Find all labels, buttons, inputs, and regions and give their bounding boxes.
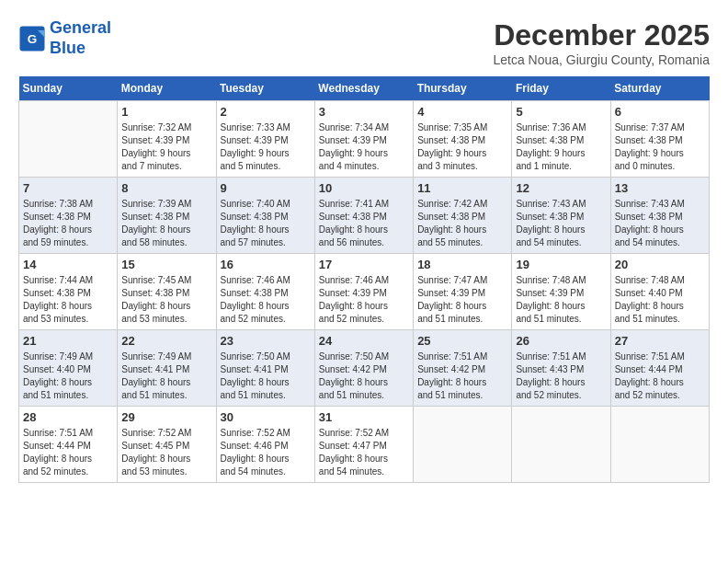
logo-line1: General — [50, 18, 111, 37]
day-number: 20 — [615, 258, 705, 271]
day-number: 8 — [121, 181, 211, 195]
month-title: December 2025 — [493, 18, 710, 52]
day-number: 19 — [516, 258, 606, 271]
calendar-cell — [512, 407, 610, 483]
day-number: 15 — [121, 258, 211, 271]
calendar-cell: 20Sunrise: 7:48 AMSunset: 4:40 PMDayligh… — [610, 254, 709, 330]
day-number: 4 — [417, 105, 507, 119]
day-info: Sunrise: 7:48 AMSunset: 4:40 PMDaylight:… — [615, 274, 705, 326]
calendar-cell: 12Sunrise: 7:43 AMSunset: 4:38 PMDayligh… — [512, 178, 610, 254]
day-info: Sunrise: 7:40 AMSunset: 4:38 PMDaylight:… — [221, 198, 311, 249]
day-number: 17 — [319, 258, 409, 271]
calendar-cell: 19Sunrise: 7:48 AMSunset: 4:39 PMDayligh… — [512, 254, 610, 330]
week-row-2: 7Sunrise: 7:38 AMSunset: 4:38 PMDaylight… — [19, 178, 710, 254]
day-number: 22 — [121, 334, 211, 348]
calendar-cell — [414, 407, 512, 483]
day-info: Sunrise: 7:51 AMSunset: 4:44 PMDaylight:… — [23, 427, 113, 478]
day-info: Sunrise: 7:32 AMSunset: 4:39 PMDaylight:… — [121, 121, 211, 173]
day-info: Sunrise: 7:50 AMSunset: 4:42 PMDaylight:… — [319, 350, 409, 402]
day-info: Sunrise: 7:36 AMSunset: 4:38 PMDaylight:… — [516, 121, 606, 173]
day-info: Sunrise: 7:45 AMSunset: 4:38 PMDaylight:… — [121, 274, 211, 326]
day-number: 28 — [23, 410, 113, 424]
title-area: December 2025 Letca Noua, Giurgiu County… — [493, 18, 710, 67]
week-row-5: 28Sunrise: 7:51 AMSunset: 4:44 PMDayligh… — [19, 407, 710, 483]
calendar-cell: 6Sunrise: 7:37 AMSunset: 4:38 PMDaylight… — [610, 101, 709, 178]
weekday-header-row: SundayMondayTuesdayWednesdayThursdayFrid… — [19, 76, 710, 101]
day-info: Sunrise: 7:47 AMSunset: 4:39 PMDaylight:… — [417, 274, 507, 326]
day-info: Sunrise: 7:49 AMSunset: 4:40 PMDaylight:… — [23, 350, 113, 402]
day-number: 10 — [319, 181, 409, 195]
day-info: Sunrise: 7:34 AMSunset: 4:39 PMDaylight:… — [319, 121, 409, 173]
day-info: Sunrise: 7:39 AMSunset: 4:38 PMDaylight:… — [121, 198, 211, 249]
day-info: Sunrise: 7:50 AMSunset: 4:41 PMDaylight:… — [221, 350, 311, 402]
weekday-header-friday: Friday — [512, 76, 610, 101]
calendar-cell: 21Sunrise: 7:49 AMSunset: 4:40 PMDayligh… — [19, 330, 118, 407]
week-row-3: 14Sunrise: 7:44 AMSunset: 4:38 PMDayligh… — [19, 254, 710, 330]
day-number: 30 — [221, 410, 311, 424]
calendar-cell: 9Sunrise: 7:40 AMSunset: 4:38 PMDaylight… — [216, 178, 314, 254]
day-number: 21 — [23, 334, 113, 348]
day-info: Sunrise: 7:52 AMSunset: 4:46 PMDaylight:… — [221, 427, 311, 478]
day-info: Sunrise: 7:37 AMSunset: 4:38 PMDaylight:… — [615, 121, 705, 173]
day-info: Sunrise: 7:44 AMSunset: 4:38 PMDaylight:… — [23, 274, 113, 326]
calendar-cell: 3Sunrise: 7:34 AMSunset: 4:39 PMDaylight… — [314, 101, 413, 178]
weekday-header-wednesday: Wednesday — [314, 76, 413, 101]
day-number: 2 — [221, 105, 311, 119]
calendar-table: SundayMondayTuesdayWednesdayThursdayFrid… — [18, 76, 710, 483]
day-info: Sunrise: 7:51 AMSunset: 4:42 PMDaylight:… — [417, 350, 507, 402]
calendar-cell: 13Sunrise: 7:43 AMSunset: 4:38 PMDayligh… — [610, 178, 709, 254]
week-row-1: 1Sunrise: 7:32 AMSunset: 4:39 PMDaylight… — [19, 101, 710, 178]
weekday-header-saturday: Saturday — [610, 76, 709, 101]
day-info: Sunrise: 7:52 AMSunset: 4:45 PMDaylight:… — [121, 427, 211, 478]
day-info: Sunrise: 7:49 AMSunset: 4:41 PMDaylight:… — [121, 350, 211, 402]
day-info: Sunrise: 7:46 AMSunset: 4:39 PMDaylight:… — [319, 274, 409, 326]
day-number: 27 — [615, 334, 705, 348]
day-info: Sunrise: 7:51 AMSunset: 4:44 PMDaylight:… — [615, 350, 705, 402]
week-row-4: 21Sunrise: 7:49 AMSunset: 4:40 PMDayligh… — [19, 330, 710, 407]
day-number: 23 — [221, 334, 311, 348]
day-number: 24 — [319, 334, 409, 348]
calendar-cell: 30Sunrise: 7:52 AMSunset: 4:46 PMDayligh… — [216, 407, 314, 483]
day-number: 25 — [417, 334, 507, 348]
calendar-cell: 5Sunrise: 7:36 AMSunset: 4:38 PMDaylight… — [512, 101, 610, 178]
day-number: 26 — [516, 334, 606, 348]
calendar-cell: 24Sunrise: 7:50 AMSunset: 4:42 PMDayligh… — [314, 330, 413, 407]
weekday-header-thursday: Thursday — [414, 76, 512, 101]
day-number: 3 — [319, 105, 409, 119]
day-number: 6 — [615, 105, 705, 119]
calendar-cell: 31Sunrise: 7:52 AMSunset: 4:47 PMDayligh… — [314, 407, 413, 483]
day-info: Sunrise: 7:41 AMSunset: 4:38 PMDaylight:… — [319, 198, 409, 249]
calendar-cell: 29Sunrise: 7:52 AMSunset: 4:45 PMDayligh… — [118, 407, 216, 483]
day-number: 7 — [23, 181, 113, 195]
calendar-cell: 25Sunrise: 7:51 AMSunset: 4:42 PMDayligh… — [414, 330, 512, 407]
calendar-cell: 2Sunrise: 7:33 AMSunset: 4:39 PMDaylight… — [216, 101, 314, 178]
weekday-header-tuesday: Tuesday — [216, 76, 314, 101]
logo-icon: G — [18, 25, 46, 52]
calendar-cell: 27Sunrise: 7:51 AMSunset: 4:44 PMDayligh… — [610, 330, 709, 407]
day-number: 9 — [221, 181, 311, 195]
calendar-cell: 18Sunrise: 7:47 AMSunset: 4:39 PMDayligh… — [414, 254, 512, 330]
calendar-cell: 10Sunrise: 7:41 AMSunset: 4:38 PMDayligh… — [314, 178, 413, 254]
day-info: Sunrise: 7:52 AMSunset: 4:47 PMDaylight:… — [319, 427, 409, 478]
calendar-cell: 17Sunrise: 7:46 AMSunset: 4:39 PMDayligh… — [314, 254, 413, 330]
day-number: 11 — [417, 181, 507, 195]
calendar-cell: 15Sunrise: 7:45 AMSunset: 4:38 PMDayligh… — [118, 254, 216, 330]
subtitle: Letca Noua, Giurgiu County, Romania — [493, 52, 710, 67]
svg-text:G: G — [28, 31, 38, 45]
logo: G General Blue — [18, 18, 111, 58]
weekday-header-monday: Monday — [118, 76, 216, 101]
weekday-header-sunday: Sunday — [19, 76, 118, 101]
calendar-cell: 14Sunrise: 7:44 AMSunset: 4:38 PMDayligh… — [19, 254, 118, 330]
day-number: 12 — [516, 181, 606, 195]
calendar-cell: 7Sunrise: 7:38 AMSunset: 4:38 PMDaylight… — [19, 178, 118, 254]
day-number: 29 — [121, 410, 211, 424]
day-number: 18 — [417, 258, 507, 271]
day-info: Sunrise: 7:48 AMSunset: 4:39 PMDaylight:… — [516, 274, 606, 326]
day-number: 1 — [121, 105, 211, 119]
calendar-cell: 11Sunrise: 7:42 AMSunset: 4:38 PMDayligh… — [414, 178, 512, 254]
day-info: Sunrise: 7:35 AMSunset: 4:38 PMDaylight:… — [417, 121, 507, 173]
calendar-cell: 22Sunrise: 7:49 AMSunset: 4:41 PMDayligh… — [118, 330, 216, 407]
calendar-cell — [610, 407, 709, 483]
logo-line2: Blue — [50, 39, 85, 57]
day-info: Sunrise: 7:33 AMSunset: 4:39 PMDaylight:… — [221, 121, 311, 173]
